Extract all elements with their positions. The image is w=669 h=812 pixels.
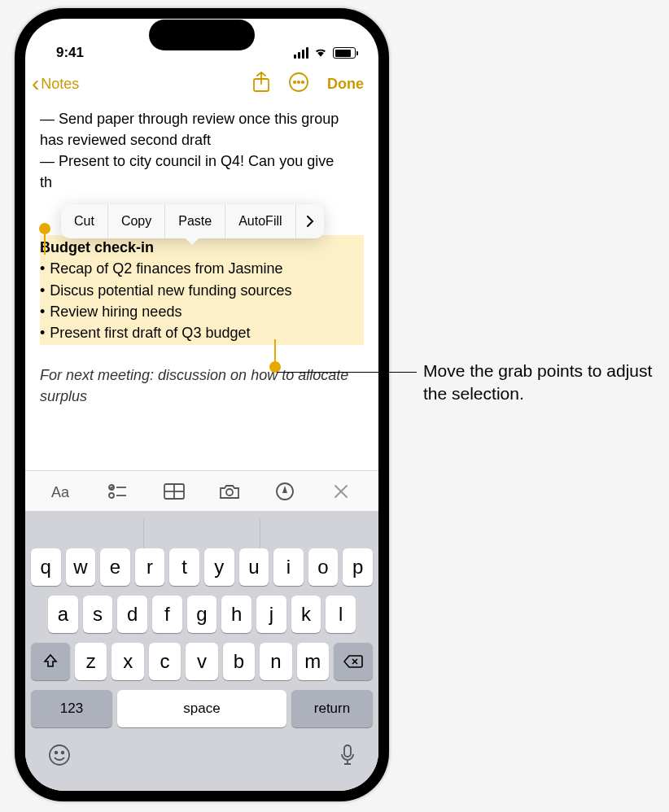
note-text: — Present to city council in Q4! Can you…: [40, 151, 364, 172]
list-item: •Recap of Q2 finances from Jasmine: [40, 258, 364, 279]
key-a[interactable]: a: [48, 596, 78, 633]
svg-point-3: [298, 81, 300, 83]
note-text-italic: For next meeting: discussion on how to a…: [40, 365, 364, 407]
key-k[interactable]: k: [291, 596, 321, 633]
key-h[interactable]: h: [221, 596, 251, 633]
key-c[interactable]: c: [149, 643, 181, 680]
space-key[interactable]: space: [117, 690, 286, 727]
callout-text: Move the grab points to adjust the selec…: [423, 360, 669, 406]
table-icon[interactable]: [158, 483, 190, 500]
key-d[interactable]: d: [117, 596, 147, 633]
key-w[interactable]: w: [66, 548, 96, 586]
svg-text:Aa: Aa: [51, 484, 70, 500]
key-p[interactable]: p: [343, 548, 373, 586]
key-l[interactable]: l: [326, 596, 356, 633]
key-y[interactable]: y: [204, 548, 234, 586]
note-editor[interactable]: — Send paper through review once this gr…: [25, 103, 378, 470]
key-i[interactable]: i: [273, 548, 304, 586]
back-label: Notes: [41, 76, 79, 93]
delete-key[interactable]: [334, 643, 373, 680]
svg-point-20: [55, 752, 58, 754]
prediction-slot[interactable]: [28, 519, 144, 548]
shift-key[interactable]: [31, 643, 70, 680]
key-s[interactable]: s: [83, 596, 113, 633]
paste-button[interactable]: Paste: [165, 204, 225, 238]
dynamic-island: [149, 20, 255, 50]
prediction-bar: [28, 519, 375, 548]
svg-rect-22: [344, 745, 351, 757]
svg-point-8: [109, 493, 114, 498]
svg-point-13: [226, 489, 233, 495]
svg-point-19: [50, 745, 69, 765]
note-text: th: [40, 172, 364, 193]
list-item: •Discus potential new funding sources: [40, 280, 364, 301]
key-q[interactable]: q: [31, 548, 61, 586]
done-button[interactable]: Done: [327, 76, 364, 93]
key-f[interactable]: f: [152, 596, 182, 633]
key-g[interactable]: g: [187, 596, 217, 633]
key-e[interactable]: e: [100, 548, 130, 586]
key-x[interactable]: x: [112, 643, 143, 680]
keyboard-row: a s d f g h j k l: [28, 596, 375, 633]
phone-frame: 9:41 ‹ Notes: [15, 8, 389, 801]
battery-icon: [333, 47, 356, 59]
key-j[interactable]: j: [256, 596, 286, 633]
key-m[interactable]: m: [297, 643, 329, 680]
callout-leader-line: [277, 372, 417, 373]
key-r[interactable]: r: [135, 548, 165, 586]
key-u[interactable]: u: [239, 548, 269, 586]
svg-point-4: [302, 81, 304, 83]
text-context-menu: Cut Copy Paste AutoFill: [61, 204, 324, 238]
prediction-slot[interactable]: [260, 519, 375, 548]
keyboard-row: z x c v b n m: [28, 643, 375, 680]
selection-start-handle[interactable]: [39, 223, 50, 234]
wifi-icon: [313, 45, 328, 61]
context-more-button[interactable]: [296, 216, 324, 227]
autofill-button[interactable]: AutoFill: [225, 204, 295, 238]
back-button[interactable]: ‹ Notes: [32, 72, 79, 95]
key-t[interactable]: t: [169, 548, 199, 586]
keyboard: q w e r t y u i o p a s d f g h j k l: [25, 511, 378, 791]
chevron-left-icon: ‹: [32, 72, 39, 95]
keyboard-row: q w e r t y u i o p: [28, 548, 375, 586]
prediction-slot[interactable]: [144, 519, 260, 548]
camera-icon[interactable]: [213, 483, 246, 500]
share-icon[interactable]: [252, 72, 270, 96]
checklist-icon[interactable]: [102, 483, 134, 500]
status-time: 9:41: [56, 45, 84, 61]
key-b[interactable]: b: [223, 643, 255, 680]
svg-point-21: [62, 752, 64, 754]
key-z[interactable]: z: [75, 643, 107, 680]
emoji-icon[interactable]: [48, 744, 71, 770]
navigation-bar: ‹ Notes Done: [25, 64, 378, 103]
list-item: •Present first draft of Q3 budget: [40, 322, 364, 343]
microphone-icon[interactable]: [339, 744, 356, 770]
keyboard-row: 123 space return: [28, 690, 375, 727]
close-icon[interactable]: [325, 484, 357, 499]
text-format-icon[interactable]: Aa: [46, 483, 79, 500]
numbers-key[interactable]: 123: [31, 690, 112, 727]
markup-icon[interactable]: [269, 482, 301, 500]
key-n[interactable]: n: [260, 643, 291, 680]
cellular-signal-icon: [294, 47, 308, 59]
keyboard-footer: [28, 739, 375, 788]
more-icon[interactable]: [288, 72, 309, 96]
return-key[interactable]: return: [291, 690, 373, 727]
copy-button[interactable]: Copy: [108, 204, 165, 238]
status-icons: [294, 45, 356, 61]
svg-point-2: [294, 81, 295, 83]
text-selection[interactable]: Budget check-in •Recap of Q2 finances fr…: [40, 235, 364, 344]
cut-button[interactable]: Cut: [61, 204, 108, 238]
note-text: — Send paper through review once this gr…: [40, 108, 364, 151]
selection-title: Budget check-in: [40, 237, 364, 258]
screen: 9:41 ‹ Notes: [25, 19, 378, 791]
list-item: •Review hiring needs: [40, 301, 364, 322]
format-toolbar: Aa: [25, 470, 378, 511]
key-v[interactable]: v: [186, 643, 217, 680]
key-o[interactable]: o: [308, 548, 339, 586]
